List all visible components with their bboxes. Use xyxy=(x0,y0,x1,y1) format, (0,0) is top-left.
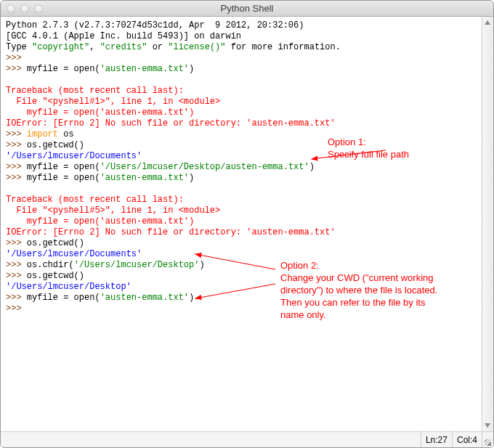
prompt: >>> xyxy=(6,260,27,270)
code-open-2a: myfile = open( xyxy=(27,173,100,183)
code-getcwd-2: os.getcwd() xyxy=(27,238,84,248)
prompt: >>> xyxy=(6,53,27,63)
shell-content[interactable]: Python 2.7.3 (v2.7.3:70274d53c1dd, Apr 9… xyxy=(1,17,482,431)
traceback-2-line2: File "<pyshell#5>", line 1, in <module> xyxy=(6,205,220,216)
python-version-line2: [GCC 4.0.1 (Apple Inc. build 5493)] on d… xyxy=(6,31,241,41)
titlebar: Python Shell xyxy=(1,1,493,17)
prompt: >>> xyxy=(6,173,27,183)
zoom-button[interactable] xyxy=(34,4,43,13)
prompt: >>> xyxy=(6,238,27,248)
traceback-1-line2: File "<pyshell#1>", line 1, in <module> xyxy=(6,97,220,107)
output-cwd-3: '/Users/lmcuser/Desktop' xyxy=(6,282,131,292)
prompt: >>> xyxy=(6,162,27,172)
close-button[interactable] xyxy=(7,4,15,13)
traceback-1-line3: myfile = open('austen-emma.txt') xyxy=(6,107,194,118)
code-open-1: myfile = open( xyxy=(27,64,100,74)
traffic-lights xyxy=(7,4,43,13)
prompt: >>> xyxy=(6,304,27,314)
help-license: "license()" xyxy=(168,42,225,52)
prompt: >>> xyxy=(6,293,27,303)
help-copyright: "copyright" xyxy=(32,42,89,52)
prompt: >>> xyxy=(6,64,27,74)
code-getcwd-3: os.getcwd() xyxy=(27,271,84,281)
status-col: Col: 4 xyxy=(452,432,482,447)
code-open-fullpath-a: myfile = open( xyxy=(27,162,100,172)
python-version-line1: Python 2.7.3 (v2.7.3:70274d53c1dd, Apr 9… xyxy=(6,20,309,30)
minimize-button[interactable] xyxy=(20,4,29,13)
traceback-2-line1: Traceback (most recent call last): xyxy=(6,195,184,205)
output-cwd-1: '/Users/lmcuser/Documents' xyxy=(6,151,142,161)
import-module: os xyxy=(58,129,74,139)
statusbar: Ln: 27 Col: 4 xyxy=(1,431,493,447)
import-keyword: import xyxy=(27,129,58,139)
prompt: >>> xyxy=(6,129,27,139)
traceback-1-line4: IOError: [Errno 2] No such file or direc… xyxy=(6,118,336,129)
help-text-a: Type xyxy=(6,42,32,52)
status-line: Ln: 27 xyxy=(421,432,452,447)
prompt: >>> xyxy=(6,271,27,281)
code-open-3a: myfile = open( xyxy=(27,293,100,303)
window-title: Python Shell xyxy=(1,3,493,14)
vertical-scrollbar[interactable] xyxy=(482,17,493,431)
traceback-2-line4: IOError: [Errno 2] No such file or direc… xyxy=(6,227,336,237)
traceback-2-line3: myfile = open('austen-emma.txt') xyxy=(6,216,194,227)
output-cwd-2: '/Users/lmcuser/Documents' xyxy=(6,249,142,259)
resize-grip[interactable] xyxy=(482,432,493,448)
traceback-1-line1: Traceback (most recent call last): xyxy=(6,86,184,96)
code-getcwd-1: os.getcwd() xyxy=(27,140,84,150)
help-credits: "credits" xyxy=(100,42,147,52)
code-chdir-a: os.chdir( xyxy=(27,260,74,270)
prompt: >>> xyxy=(6,140,27,150)
